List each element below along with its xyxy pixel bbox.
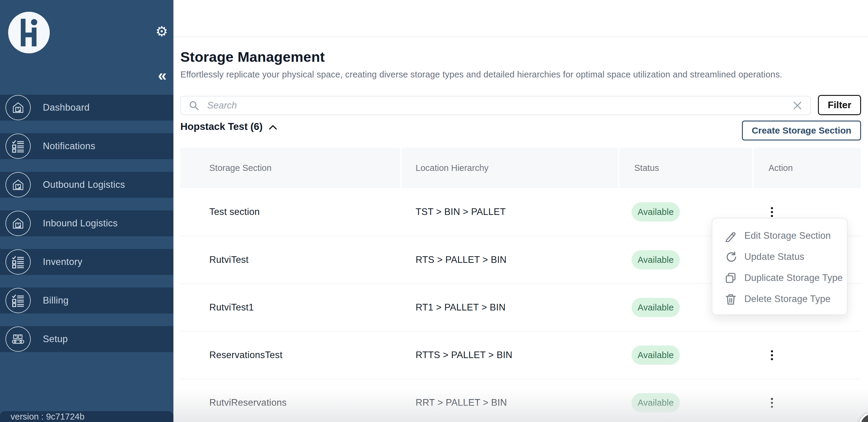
menu-item-duplicate-storage-type[interactable]: Duplicate Storage Type <box>712 267 847 289</box>
filter-button[interactable]: Filter <box>818 95 861 115</box>
status-badge: Available <box>631 298 680 317</box>
row-actions-kebab-icon[interactable] <box>768 347 776 363</box>
location-hierarchy: RTTS > PALLET > BIN <box>401 331 619 379</box>
menu-item-label: Delete Storage Type <box>744 294 831 304</box>
chevron-up-icon[interactable] <box>268 124 278 130</box>
sidebar-item-label: Notifications <box>43 141 95 152</box>
status-badge: Available <box>631 250 680 269</box>
location-hierarchy: RT1 > PALLET > BIN <box>401 284 619 331</box>
hopstack-logo[interactable] <box>8 12 50 53</box>
status-badge: Available <box>631 393 680 412</box>
warehouse-icon <box>5 95 31 120</box>
sidebar-item-label: Inbound Logistics <box>43 218 118 229</box>
sidebar: ⚙ « Dashboard <box>0 0 174 422</box>
menu-item-edit-storage-section[interactable]: Edit Storage Section <box>712 225 847 246</box>
column-header-status: Status <box>619 148 752 188</box>
checklist-icon <box>5 249 31 274</box>
sidebar-item-setup[interactable]: Setup <box>0 326 174 352</box>
sidebar-item-inventory[interactable]: Inventory <box>0 249 174 275</box>
main-content: Storage Management Effortlessly replicat… <box>174 37 868 422</box>
location-hierarchy: RRT > PALLET > BIN <box>401 379 619 422</box>
status-badge: Available <box>631 346 680 365</box>
table-header: Storage Section Location Hierarchy Statu… <box>180 148 861 188</box>
search-icon <box>188 100 199 111</box>
sidebar-item-notifications[interactable]: Notifications <box>0 133 174 159</box>
create-storage-section-button[interactable]: Create Storage Section <box>742 121 861 140</box>
search-input[interactable] <box>207 100 793 111</box>
storage-section-name: ReservationsTest <box>180 331 401 379</box>
refresh-icon <box>724 251 737 263</box>
column-header-location-hierarchy: Location Hierarchy <box>401 148 618 188</box>
sidebar-item-label: Billing <box>43 295 69 306</box>
status-badge: Available <box>631 202 680 222</box>
storage-management-app: ⚙ « Dashboard <box>0 0 868 422</box>
search-box <box>180 96 811 115</box>
row-actions-kebab-icon[interactable] <box>768 395 776 411</box>
table-row: ReservationsTest RTTS > PALLET > BIN Ava… <box>180 331 861 379</box>
sidebar-item-label: Inventory <box>43 257 82 267</box>
page-subtitle: Effortlessly replicate your physical spa… <box>180 70 782 79</box>
copy-icon <box>724 271 737 284</box>
sidebar-item-label: Outbound Logistics <box>43 180 125 190</box>
page-title: Storage Management <box>180 48 325 65</box>
hopstack-logo-glyph <box>18 17 40 48</box>
warehouse-icon <box>5 172 31 197</box>
sidebar-item-billing[interactable]: Billing <box>0 288 174 314</box>
sidebar-item-dashboard[interactable]: Dashboard <box>0 95 174 121</box>
gear-icon[interactable]: ⚙ <box>154 24 169 39</box>
sidebar-item-label: Setup <box>43 334 68 345</box>
location-hierarchy: TST > BIN > PALLET <box>401 188 619 236</box>
warehouse-group-header[interactable]: Hopstack Test (6) <box>180 121 278 132</box>
table-row: RutviReservations RRT > PALLET > BIN Ava… <box>180 379 861 422</box>
topbar: 297 Rutvi ADMIN <box>174 0 868 37</box>
column-header-action: Action <box>753 148 861 188</box>
menu-item-update-status[interactable]: Update Status <box>712 246 847 267</box>
trash-icon <box>724 293 737 305</box>
warehouse-icon <box>5 211 31 236</box>
pencil-icon <box>724 229 737 242</box>
menu-item-label: Duplicate Storage Type <box>744 272 843 283</box>
storage-section-name: RutviTest1 <box>180 284 401 331</box>
menu-item-label: Update Status <box>744 251 804 262</box>
location-hierarchy: RTS > PALLET > BIN <box>401 236 619 283</box>
sidebar-item-label: Dashboard <box>43 102 90 113</box>
conveyor-icon <box>5 326 31 352</box>
storage-section-name: Test section <box>180 188 401 236</box>
sidebar-item-inbound-logistics[interactable]: Inbound Logistics <box>0 210 174 236</box>
collapse-sidebar-icon[interactable]: « <box>154 67 170 85</box>
storage-section-name: RutviTest <box>180 236 401 283</box>
menu-item-label: Edit Storage Section <box>744 230 831 241</box>
checklist-icon <box>5 288 31 313</box>
row-actions-context-menu: Edit Storage Section Update Status Dupli… <box>712 218 847 315</box>
row-actions-kebab-icon[interactable] <box>768 204 776 220</box>
version-text: version : 9c71724b <box>10 412 85 422</box>
checklist-icon <box>5 133 31 159</box>
clear-search-icon[interactable] <box>793 101 802 110</box>
column-header-storage-section: Storage Section <box>180 148 400 188</box>
menu-item-delete-storage-type[interactable]: Delete Storage Type <box>712 289 847 310</box>
storage-section-name: RutviReservations <box>180 379 401 422</box>
version-bar: version : 9c71724b <box>0 411 174 422</box>
group-title: Hopstack Test (6) <box>180 121 263 132</box>
sidebar-item-outbound-logistics[interactable]: Outbound Logistics <box>0 172 174 198</box>
